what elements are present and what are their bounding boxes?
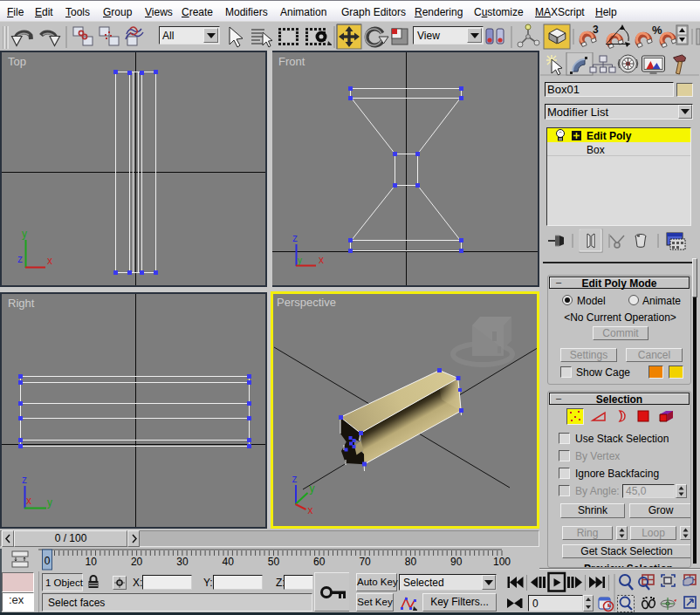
svg-text:10: 10	[86, 556, 98, 568]
svg-text:100: 100	[493, 556, 511, 568]
svg-text:x: x	[319, 254, 324, 266]
svg-text:%: %	[652, 24, 662, 37]
svg-text:60: 60	[313, 556, 326, 568]
svg-text:z: z	[17, 253, 23, 265]
svg-text:y: y	[298, 256, 302, 265]
svg-text:70: 70	[359, 556, 371, 568]
svg-text:80: 80	[405, 556, 417, 568]
svg-text:20: 20	[131, 556, 143, 568]
svg-text:z: z	[22, 474, 27, 486]
svg-text:30: 30	[176, 556, 189, 568]
svg-text:x: x	[26, 495, 31, 507]
svg-text:y: y	[22, 228, 27, 240]
svg-text:3: 3	[593, 24, 599, 36]
svg-text:y: y	[310, 482, 315, 495]
svg-text:z: z	[292, 232, 298, 244]
svg-text:50: 50	[268, 556, 280, 568]
svg-text:0: 0	[45, 555, 51, 567]
svg-text:90: 90	[450, 556, 463, 568]
svg-text:z: z	[292, 473, 298, 485]
svg-text:y: y	[47, 496, 52, 509]
svg-text:40: 40	[223, 556, 235, 568]
svg-text:x: x	[47, 255, 52, 267]
svg-text:x: x	[308, 504, 313, 516]
